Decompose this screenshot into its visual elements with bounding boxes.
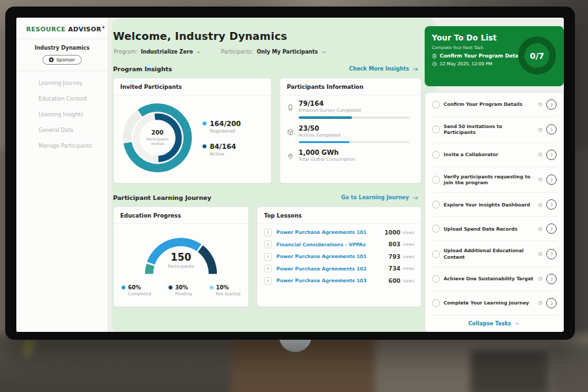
- task-checkbox[interactable]: [432, 250, 440, 258]
- task-open-button[interactable]: [546, 124, 557, 135]
- lesson-link[interactable]: Power Purchase Agreements 101: [276, 229, 384, 235]
- task-row[interactable]: Invite a Collaborator: [431, 143, 557, 167]
- lesson-row[interactable]: 4 Power Purchase Agreements 102 734 view…: [257, 261, 421, 273]
- task-open-button[interactable]: [546, 298, 557, 308]
- sidebar-item[interactable]: General Data: [20, 123, 104, 138]
- sidebar-item[interactable]: Education Content: [20, 91, 104, 106]
- lesson-row[interactable]: 5 Power Purchase Agreements 103 600 view…: [257, 272, 421, 285]
- task-row[interactable]: Confirm Your Program Details: [431, 93, 557, 117]
- invited-donut-chart: 200 Participants Invited: [119, 99, 196, 176]
- sponsor-label: Sponsor: [56, 57, 74, 63]
- legend-percent: 30%: [175, 284, 188, 291]
- task-row[interactable]: Explore Your Insights Dashboard: [431, 193, 557, 217]
- task-label: Send 50 Invitations to Participants: [444, 123, 534, 136]
- task-row[interactable]: Upload Additional Educational Content: [431, 241, 557, 267]
- legend-item: 30% Pending: [169, 284, 192, 297]
- clock-icon: [538, 152, 543, 157]
- background-shape: [551, 345, 588, 392]
- clock-icon: [538, 102, 543, 107]
- sidebar-item[interactable]: Learning Insights: [20, 107, 104, 122]
- sidebar-item[interactable]: Manage Participants: [20, 139, 104, 154]
- task-checkbox[interactable]: [432, 275, 440, 283]
- clock-icon: [538, 301, 543, 306]
- go-to-learning-journey-link[interactable]: Go to Learning Journey: [341, 195, 419, 201]
- todo-progress-ring: 0/7: [516, 35, 558, 76]
- task-checkbox[interactable]: [432, 101, 440, 108]
- check-more-insights-link[interactable]: Check More Insights: [349, 66, 419, 73]
- filter-bar: Program: Industrialize Zero Participants…: [114, 49, 425, 55]
- participants-label: Participants:: [221, 49, 253, 55]
- lesson-views: 803: [389, 241, 400, 248]
- program-dropdown[interactable]: Program: Industrialize Zero: [114, 49, 201, 55]
- todo-progress-count: 0/7: [516, 35, 558, 76]
- invited-legend: 164/200 Registered 84/164 Active: [203, 120, 241, 157]
- participants-info-body: 79/164 Emission Survey Completed 23/50 A…: [280, 95, 421, 162]
- task-label: Upload Additional Educational Content: [444, 248, 534, 260]
- lesson-link[interactable]: Power Purchase Agreements 103: [276, 278, 389, 284]
- sidebar-item[interactable]: Learning Journey: [20, 76, 104, 91]
- chevron-right-icon: [549, 178, 554, 182]
- info-value: 1,000 GWh: [299, 149, 413, 156]
- sidebar-nav: Home Insights Education Learning Journey…: [16, 76, 108, 154]
- chevron-down-icon: [321, 50, 327, 55]
- task-checkbox[interactable]: [432, 201, 440, 208]
- lesson-row[interactable]: 3 Power Purchase Agreements 101 793 view…: [257, 248, 421, 261]
- legend-item: 84/164 Active: [203, 142, 241, 157]
- education-progress-card: Education Progress 150 Participants: [113, 206, 249, 307]
- task-checkbox[interactable]: [432, 299, 440, 307]
- task-checkbox[interactable]: [432, 176, 440, 184]
- task-label: Achieve One Sustainability Target: [444, 276, 534, 282]
- lesson-views: 793: [389, 253, 400, 260]
- collapse-tasks-link[interactable]: Collapse Tasks: [431, 316, 557, 332]
- task-checkbox[interactable]: [432, 151, 440, 159]
- link-label: Check More Insights: [349, 66, 409, 72]
- learning-cards-row: Education Progress 150 Participants: [113, 206, 425, 307]
- task-row[interactable]: Send 50 Invitations to Participants: [431, 117, 557, 143]
- legend-item: 60% Completed: [122, 284, 151, 297]
- task-row[interactable]: Complete Your Learning Journey: [431, 291, 557, 316]
- clock-icon: [538, 203, 543, 208]
- lesson-link[interactable]: Financial Considerations - VPPAs: [276, 242, 389, 248]
- task-open-button[interactable]: [546, 174, 557, 185]
- task-open-button[interactable]: [546, 199, 557, 210]
- lesson-row[interactable]: 1 Power Purchase Agreements 101 1000 vie…: [257, 224, 421, 237]
- task-label: Upload Spend Data Records: [444, 226, 534, 232]
- task-open-button[interactable]: [546, 274, 557, 284]
- task-label: Explore Your Insights Dashboard: [444, 202, 534, 208]
- main-content: Welcome, Industry Dynamics Program: Indu…: [108, 18, 425, 332]
- logo-advisor: ADVISOR+: [68, 25, 105, 33]
- task-row[interactable]: Achieve One Sustainability Target: [431, 267, 557, 291]
- legend-item: 164/200 Registered: [203, 120, 241, 134]
- legend-dot: [169, 286, 172, 289]
- legend-dot: [122, 286, 125, 289]
- clock-icon: [538, 127, 543, 133]
- legend-label: Not Started: [216, 291, 240, 297]
- lesson-link[interactable]: Power Purchase Agreements 102: [276, 266, 389, 272]
- task-row[interactable]: Upload Spend Data Records: [431, 217, 557, 241]
- lesson-link[interactable]: Power Purchase Agreements 101: [276, 253, 389, 259]
- task-open-button[interactable]: [546, 99, 557, 110]
- task-checkbox[interactable]: [432, 225, 440, 233]
- card-title: Education Progress: [114, 207, 248, 224]
- sponsor-badge[interactable]: Sponsor: [42, 55, 81, 65]
- task-open-button[interactable]: [546, 223, 557, 234]
- education-gauge-chart: 150 Participants: [135, 228, 227, 279]
- task-open-button[interactable]: [546, 249, 557, 259]
- education-gauge-body: 150 Participants 60% Completed: [114, 224, 248, 297]
- task-open-button[interactable]: [546, 150, 557, 160]
- info-label: Emission Survey Completed: [299, 108, 413, 113]
- participants-dropdown[interactable]: Participants: Only My Participants: [221, 49, 326, 55]
- lesson-rank: 5: [264, 277, 272, 285]
- sponsor-icon: [49, 57, 54, 62]
- lesson-rank: 4: [264, 265, 272, 272]
- arrow-right-icon: [412, 66, 419, 73]
- task-row[interactable]: Verify participants requesting to join t…: [431, 167, 557, 193]
- lesson-row[interactable]: 2 Financial Considerations - VPPAs 803 v…: [257, 237, 421, 249]
- invited-participants-card: Invited Participants 200 Participants In…: [113, 78, 272, 184]
- progress-bar: [299, 141, 410, 144]
- program-label: Program:: [114, 49, 137, 55]
- chevron-down-icon: [196, 50, 201, 55]
- clock-icon: [538, 177, 543, 182]
- task-checkbox[interactable]: [432, 125, 440, 133]
- sidebar-item-label: Education Content: [39, 96, 87, 102]
